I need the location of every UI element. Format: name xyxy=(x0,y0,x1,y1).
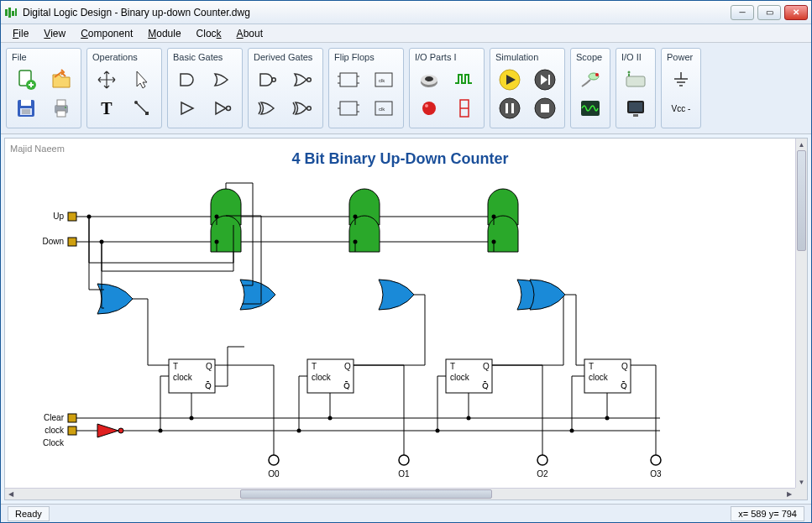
svg-point-15 xyxy=(65,107,66,108)
group-flip-flops: Flip Flops clk clk xyxy=(328,48,404,128)
svg-rect-63 xyxy=(68,212,76,221)
nand-gate-button[interactable] xyxy=(254,65,282,94)
scope-button[interactable] xyxy=(576,94,605,123)
seven-segment-button[interactable] xyxy=(450,94,479,123)
design-canvas[interactable]: Majid Naeem 4 Bit Binary Up-Down Counter… xyxy=(5,139,795,488)
label-clock: Clock xyxy=(43,438,65,447)
svg-point-19 xyxy=(272,78,276,82)
ff-button-1[interactable] xyxy=(334,65,363,94)
svg-point-119 xyxy=(354,240,358,244)
group-flip-flops-label: Flip Flops xyxy=(334,52,398,62)
menu-module[interactable]: Module xyxy=(141,26,187,41)
step-button[interactable] xyxy=(531,65,559,94)
group-io-parts-1-label: I/O Parts I xyxy=(415,52,479,62)
ff-button-2[interactable]: clk xyxy=(369,65,398,94)
vertical-scrollbar[interactable]: ▲ ▼ xyxy=(795,139,807,488)
ff-button-4[interactable]: clk xyxy=(369,94,398,123)
svg-point-37 xyxy=(425,76,433,81)
svg-point-51 xyxy=(595,73,599,76)
svg-text:clock: clock xyxy=(312,373,332,382)
menubar: File View Component Module Clock About xyxy=(1,24,811,43)
move-tool-button[interactable] xyxy=(92,65,121,94)
led-button[interactable] xyxy=(415,94,443,123)
pause-button[interactable] xyxy=(495,94,524,123)
group-file: File xyxy=(6,48,81,128)
svg-text:Q: Q xyxy=(483,362,490,371)
print-button[interactable] xyxy=(47,94,76,123)
or-gate-button[interactable] xyxy=(208,65,237,94)
svg-rect-7 xyxy=(21,100,31,106)
text-tool-button[interactable]: T xyxy=(92,94,121,123)
svg-text:Q: Q xyxy=(621,362,628,371)
scroll-up-arrow[interactable]: ▲ xyxy=(796,139,807,150)
group-derived-gates-label: Derived Gates xyxy=(254,52,317,62)
menu-component[interactable]: Component xyxy=(74,26,139,41)
svg-text:Q̄: Q̄ xyxy=(205,381,212,390)
scroll-right-arrow[interactable]: ▶ xyxy=(783,489,795,499)
vcc-button[interactable]: Vcc - xyxy=(667,94,695,123)
push-button[interactable] xyxy=(415,65,443,94)
nor-gate-button[interactable] xyxy=(289,65,317,94)
svg-text:Q̄: Q̄ xyxy=(343,381,350,390)
xnor-gate-button[interactable] xyxy=(289,94,317,123)
svg-text:T: T xyxy=(450,362,455,371)
close-button[interactable]: ✕ xyxy=(784,5,808,20)
group-power-label: Power xyxy=(667,52,695,62)
svg-rect-53 xyxy=(626,76,645,86)
group-basic-gates: Basic Gates xyxy=(167,48,243,128)
horizontal-scrollbar[interactable]: ◀ ▶ xyxy=(5,488,795,499)
clock-signal-button[interactable] xyxy=(450,65,479,94)
svg-point-80 xyxy=(215,240,219,244)
svg-point-67 xyxy=(118,428,123,433)
svg-text:O1: O1 xyxy=(398,469,410,479)
save-file-button[interactable] xyxy=(12,94,40,123)
xor-gate-button[interactable] xyxy=(254,94,282,123)
svg-point-153 xyxy=(467,416,471,421)
svg-point-20 xyxy=(307,78,312,82)
not-gate-button[interactable] xyxy=(208,94,237,123)
ground-button[interactable] xyxy=(667,65,695,94)
maximize-button[interactable]: ▭ xyxy=(757,5,781,20)
group-scope: Scope xyxy=(570,48,610,128)
svg-rect-46 xyxy=(506,103,508,113)
pointer-tool-button[interactable] xyxy=(128,65,156,94)
label-clock-in: clock xyxy=(45,426,65,435)
group-power: Power Vcc - xyxy=(661,48,701,128)
label-clear: Clear xyxy=(44,413,65,422)
label-down: Down xyxy=(42,237,64,246)
monitor-button[interactable] xyxy=(621,94,650,123)
and-gate-button[interactable] xyxy=(173,65,202,94)
menu-file[interactable]: File xyxy=(6,26,35,41)
scroll-down-arrow[interactable]: ▼ xyxy=(796,476,807,488)
svg-point-106 xyxy=(159,429,163,433)
svg-point-140 xyxy=(492,240,496,244)
menu-about[interactable]: About xyxy=(230,26,270,41)
keyboard-button[interactable] xyxy=(621,65,650,94)
svg-text:Q̄: Q̄ xyxy=(621,381,627,390)
vscroll-thumb[interactable] xyxy=(797,150,806,251)
probe-button[interactable] xyxy=(576,65,605,94)
svg-text:clock: clock xyxy=(450,373,470,382)
svg-text:Q: Q xyxy=(206,362,212,371)
play-button[interactable] xyxy=(495,65,524,94)
status-ready: Ready xyxy=(8,506,50,521)
svg-rect-13 xyxy=(57,100,65,106)
svg-point-111 xyxy=(269,455,279,465)
svg-text:clock: clock xyxy=(589,373,609,382)
group-file-label: File xyxy=(12,52,76,62)
menu-view[interactable]: View xyxy=(37,26,72,41)
svg-text:T: T xyxy=(312,362,317,371)
toolbar: File Operations T Basic Gates xyxy=(1,43,811,134)
open-file-button[interactable] xyxy=(47,65,76,94)
svg-text:O2: O2 xyxy=(537,469,548,479)
wire-tool-button[interactable] xyxy=(128,94,156,123)
stop-button[interactable] xyxy=(531,94,559,123)
buffer-gate-button[interactable] xyxy=(173,94,202,123)
hscroll-thumb[interactable] xyxy=(240,489,492,499)
new-file-button[interactable] xyxy=(12,65,40,94)
menu-clock[interactable]: Clock xyxy=(190,26,228,41)
group-io-2: I/O II xyxy=(616,48,656,128)
ff-button-3[interactable] xyxy=(334,94,363,123)
minimize-button[interactable]: ─ xyxy=(731,5,754,20)
scroll-left-arrow[interactable]: ◀ xyxy=(5,489,17,499)
